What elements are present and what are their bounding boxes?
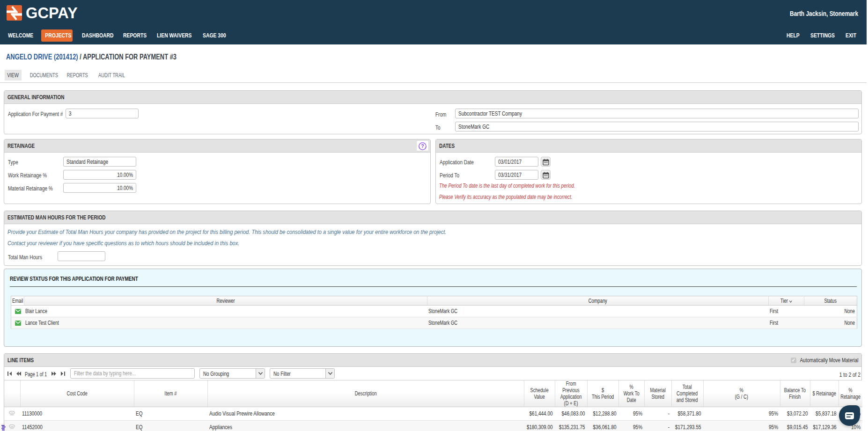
svg-text:?: ? [421,144,424,149]
